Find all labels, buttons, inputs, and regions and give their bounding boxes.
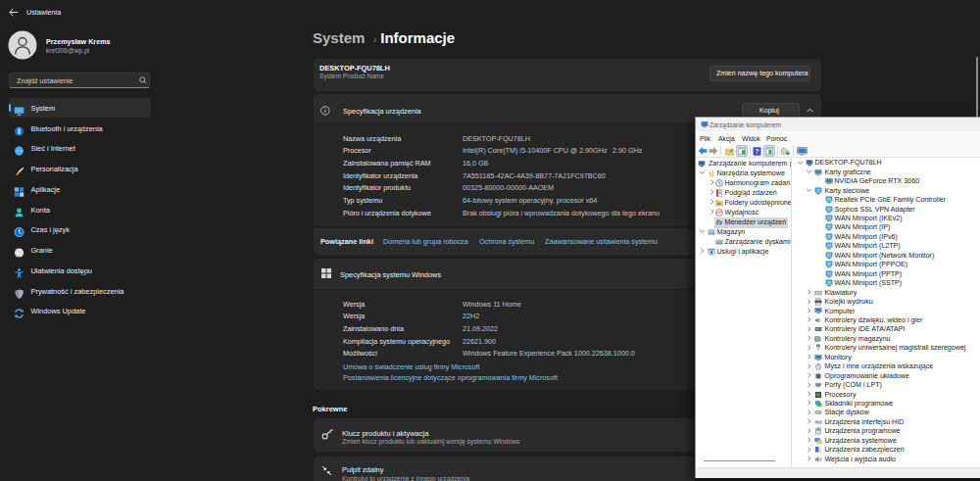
svg-text:?: ? bbox=[755, 148, 759, 155]
